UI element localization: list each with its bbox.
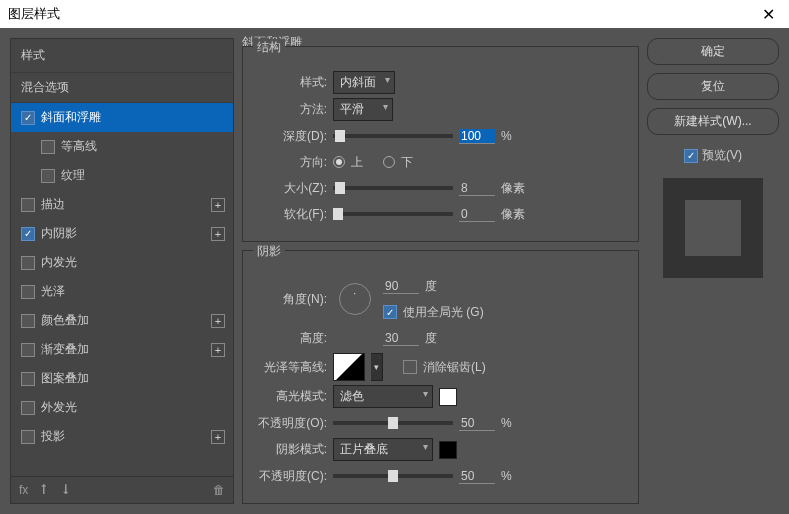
add-effect-icon[interactable]: + bbox=[211, 430, 225, 444]
style-bevel-emboss[interactable]: ✓ 斜面和浮雕 bbox=[11, 103, 233, 132]
direction-up-label: 上 bbox=[351, 154, 363, 171]
checkbox-icon[interactable] bbox=[21, 256, 35, 270]
move-up-icon[interactable]: 🠕 bbox=[38, 483, 50, 497]
checkbox-icon[interactable] bbox=[41, 140, 55, 154]
size-slider[interactable] bbox=[333, 186, 453, 190]
style-dropdown[interactable]: 内斜面 bbox=[333, 71, 395, 94]
px-unit: 像素 bbox=[501, 180, 531, 197]
checkbox-icon[interactable] bbox=[21, 372, 35, 386]
direction-up-radio[interactable] bbox=[333, 156, 345, 168]
direction-down-radio[interactable] bbox=[383, 156, 395, 168]
preview-label: 预览(V) bbox=[702, 147, 742, 164]
style-label: 颜色叠加 bbox=[41, 312, 89, 329]
style-label: 外发光 bbox=[41, 399, 77, 416]
slider-thumb-icon[interactable] bbox=[335, 182, 345, 194]
style-label: 渐变叠加 bbox=[41, 341, 89, 358]
shading-label: 阴影 bbox=[253, 243, 285, 260]
soften-input[interactable]: 0 bbox=[459, 207, 495, 222]
highlight-opacity-slider[interactable] bbox=[333, 421, 453, 425]
shadow-opacity-slider[interactable] bbox=[333, 474, 453, 478]
slider-thumb-icon[interactable] bbox=[388, 417, 398, 429]
style-drop-shadow[interactable]: 投影 + bbox=[11, 422, 233, 451]
style-inner-glow[interactable]: 内发光 bbox=[11, 248, 233, 277]
close-icon[interactable]: ✕ bbox=[756, 5, 781, 24]
style-label: 内发光 bbox=[41, 254, 77, 271]
gloss-contour-picker[interactable] bbox=[333, 353, 365, 381]
right-column: 确定 复位 新建样式(W)... ✓ 预览(V) bbox=[647, 38, 779, 504]
depth-input[interactable]: 100 bbox=[459, 129, 495, 144]
highlight-mode-label: 高光模式: bbox=[255, 388, 327, 405]
style-inner-shadow[interactable]: ✓ 内阴影 + bbox=[11, 219, 233, 248]
shadow-opacity-input[interactable]: 50 bbox=[459, 469, 495, 484]
sidebar-header: 样式 bbox=[11, 39, 233, 73]
slider-thumb-icon[interactable] bbox=[335, 130, 345, 142]
add-effect-icon[interactable]: + bbox=[211, 227, 225, 241]
trash-icon[interactable]: 🗑 bbox=[213, 483, 225, 497]
checkbox-icon[interactable]: ✓ bbox=[21, 111, 35, 125]
style-pattern-overlay[interactable]: 图案叠加 bbox=[11, 364, 233, 393]
ok-button[interactable]: 确定 bbox=[647, 38, 779, 65]
gloss-contour-dropdown[interactable]: ▾ bbox=[371, 353, 383, 381]
angle-label: 角度(N): bbox=[255, 291, 327, 308]
checkbox-icon[interactable] bbox=[21, 343, 35, 357]
cancel-button[interactable]: 复位 bbox=[647, 73, 779, 100]
style-label: 纹理 bbox=[61, 167, 85, 184]
percent-unit: % bbox=[501, 469, 531, 483]
style-label: 描边 bbox=[41, 196, 65, 213]
global-light-checkbox[interactable]: ✓ bbox=[383, 305, 397, 319]
structure-label: 结构 bbox=[253, 39, 285, 56]
style-color-overlay[interactable]: 颜色叠加 + bbox=[11, 306, 233, 335]
shadow-mode-dropdown[interactable]: 正片叠底 bbox=[333, 438, 433, 461]
style-label: 图案叠加 bbox=[41, 370, 89, 387]
shadow-color-swatch[interactable] bbox=[439, 441, 457, 459]
style-gradient-overlay[interactable]: 渐变叠加 + bbox=[11, 335, 233, 364]
direction-label: 方向: bbox=[255, 154, 327, 171]
checkbox-icon[interactable] bbox=[21, 285, 35, 299]
depth-slider[interactable] bbox=[333, 134, 453, 138]
direction-down-label: 下 bbox=[401, 154, 413, 171]
style-texture[interactable]: 纹理 bbox=[11, 161, 233, 190]
checkbox-icon[interactable] bbox=[21, 314, 35, 328]
gloss-contour-label: 光泽等高线: bbox=[255, 359, 327, 376]
degree-unit: 度 bbox=[425, 278, 455, 295]
slider-thumb-icon[interactable] bbox=[388, 470, 398, 482]
checkbox-icon[interactable]: ✓ bbox=[21, 227, 35, 241]
style-outer-glow[interactable]: 外发光 bbox=[11, 393, 233, 422]
preview-checkbox[interactable]: ✓ bbox=[684, 149, 698, 163]
shadow-opacity-label: 不透明度(C): bbox=[255, 468, 327, 485]
blend-options[interactable]: 混合选项 bbox=[11, 73, 233, 103]
preview-box bbox=[663, 178, 763, 278]
altitude-input[interactable]: 30 bbox=[383, 331, 419, 346]
style-contour[interactable]: 等高线 bbox=[11, 132, 233, 161]
style-satin[interactable]: 光泽 bbox=[11, 277, 233, 306]
add-effect-icon[interactable]: + bbox=[211, 198, 225, 212]
add-effect-icon[interactable]: + bbox=[211, 343, 225, 357]
style-label: 等高线 bbox=[61, 138, 97, 155]
highlight-color-swatch[interactable] bbox=[439, 388, 457, 406]
angle-input[interactable]: 90 bbox=[383, 279, 419, 294]
technique-dropdown[interactable]: 平滑 bbox=[333, 98, 393, 121]
slider-thumb-icon[interactable] bbox=[333, 208, 343, 220]
checkbox-icon[interactable] bbox=[21, 198, 35, 212]
checkbox-icon[interactable] bbox=[21, 430, 35, 444]
shadow-mode-label: 阴影模式: bbox=[255, 441, 327, 458]
global-light-label: 使用全局光 (G) bbox=[403, 304, 484, 321]
style-label: 投影 bbox=[41, 428, 65, 445]
style-stroke[interactable]: 描边 + bbox=[11, 190, 233, 219]
checkbox-icon[interactable] bbox=[41, 169, 55, 183]
fx-menu-icon[interactable]: fx bbox=[19, 483, 28, 497]
new-style-button[interactable]: 新建样式(W)... bbox=[647, 108, 779, 135]
depth-label: 深度(D): bbox=[255, 128, 327, 145]
soften-slider[interactable] bbox=[333, 212, 453, 216]
move-down-icon[interactable]: 🠗 bbox=[60, 483, 72, 497]
preview-toggle[interactable]: ✓ 预览(V) bbox=[647, 147, 779, 164]
add-effect-icon[interactable]: + bbox=[211, 314, 225, 328]
size-input[interactable]: 8 bbox=[459, 181, 495, 196]
antialias-checkbox[interactable] bbox=[403, 360, 417, 374]
checkbox-icon[interactable] bbox=[21, 401, 35, 415]
style-label: 斜面和浮雕 bbox=[41, 109, 101, 126]
highlight-mode-dropdown[interactable]: 滤色 bbox=[333, 385, 433, 408]
angle-dial[interactable] bbox=[339, 283, 371, 315]
preview-swatch bbox=[685, 200, 741, 256]
highlight-opacity-input[interactable]: 50 bbox=[459, 416, 495, 431]
